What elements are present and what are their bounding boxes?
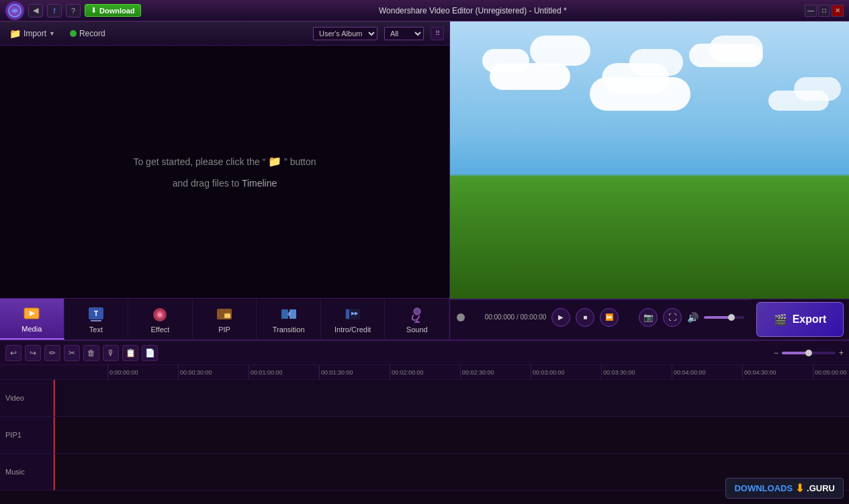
play-button[interactable]: ▶ — [551, 308, 570, 327]
next-button[interactable]: ⏩ — [600, 308, 619, 327]
tab-bar: Media T Text Effect — [0, 298, 449, 340]
cloud-1b — [482, 49, 529, 72]
cloud-4b — [794, 77, 841, 101]
volume-slider[interactable] — [704, 316, 744, 319]
record-label: Record — [79, 29, 105, 38]
zoom-slider[interactable] — [782, 352, 836, 354]
transition-tab-icon — [279, 305, 298, 324]
content-area: 📁 Import ▼ Record User's Album My Videos… — [0, 21, 849, 504]
volume-icon: 🔊 — [687, 312, 699, 323]
app-logo — [5, 1, 24, 20]
fullscreen-button[interactable]: ⛶ — [663, 308, 682, 327]
download-button[interactable]: ⬇ Download — [85, 4, 141, 17]
tab-pip[interactable]: PIP — [193, 299, 257, 340]
hint-line2: and drag files to Timeline — [173, 178, 277, 189]
export-icon: 🎬 — [774, 313, 787, 326]
media-hint-text: To get started, please click the “ 📁 ” b… — [133, 150, 316, 194]
icon-btn-help[interactable]: ? — [66, 4, 81, 17]
record-icon — [70, 30, 77, 37]
preview-image — [450, 21, 849, 299]
download-label: Download — [99, 7, 135, 15]
effect-tab-icon — [150, 305, 169, 324]
export-button[interactable]: 🎬 Export — [756, 302, 844, 337]
tab-transition[interactable]: Transition — [257, 299, 321, 340]
ruler-mark-4: 00:02:00:00 — [390, 365, 460, 380]
time-counter: 00:00:000 / 00:00:00 — [485, 313, 547, 321]
tab-media[interactable]: Media — [0, 299, 64, 340]
intro-tab-label: Intro/Credit — [334, 325, 371, 334]
ruler-mark-10: 00:05:00:00 — [813, 365, 849, 380]
volume-thumb — [728, 314, 735, 321]
snapshot-button[interactable]: 📷 — [639, 308, 658, 327]
tab-text[interactable]: T Text — [64, 299, 129, 340]
music-track-label: Music — [0, 454, 54, 490]
icon-btn-facebook[interactable]: f — [47, 4, 62, 17]
copy-button[interactable]: 📋 — [122, 345, 138, 361]
title-bar-left: ◀ f ? ⬇ Download — [5, 1, 141, 20]
video-track-content[interactable] — [54, 380, 849, 416]
video-track: Video — [0, 380, 849, 417]
minimize-button[interactable]: — — [805, 5, 817, 17]
ruler-mark-8: 00:04:00:00 — [672, 365, 742, 380]
ruler-marks-container: 0:00:00:00 00:00:30:00 00:01:00:00 00:01… — [107, 365, 849, 380]
import-button[interactable]: 📁 Import ▼ — [5, 26, 59, 41]
text-tab-label: Text — [89, 325, 103, 334]
grid-icon: ⠿ — [435, 30, 440, 37]
video-track-label: Video — [0, 380, 54, 416]
redo-button[interactable]: ↪ — [25, 345, 41, 361]
pip1-playhead — [54, 417, 55, 453]
left-panel: 📁 Import ▼ Record User's Album My Videos… — [0, 21, 450, 340]
effect-tab-label: Effect — [150, 325, 169, 334]
ruler-mark-9: 00:04:30:00 — [742, 365, 813, 380]
album-select[interactable]: User's Album My Videos My Photos — [313, 27, 377, 40]
folder-icon: 📁 — [9, 28, 21, 39]
media-tab-label: Media — [21, 325, 42, 333]
svg-text:▶▶: ▶▶ — [351, 311, 359, 315]
record-button[interactable]: Record — [66, 27, 109, 40]
delete-button[interactable]: 🗑 — [83, 345, 99, 361]
tab-sound[interactable]: Sound — [385, 299, 449, 340]
filter-select[interactable]: All Video Photo Audio — [384, 27, 424, 40]
icon-btn-arrow[interactable]: ◀ — [28, 4, 43, 17]
import-dropdown-icon: ▼ — [49, 30, 55, 37]
preview-area — [450, 21, 849, 299]
stop-button[interactable]: ■ — [576, 308, 594, 327]
media-drop-area: To get started, please click the “ 📁 ” b… — [0, 46, 449, 298]
view-toggle-button[interactable]: ⠿ — [431, 27, 444, 40]
maximize-button[interactable]: □ — [818, 5, 830, 17]
top-section: 📁 Import ▼ Record User's Album My Videos… — [0, 21, 849, 340]
ruler-mark-3: 00:01:30:00 — [319, 365, 390, 380]
hint-line1-end: ” button — [284, 156, 316, 167]
sound-tab-label: Sound — [406, 325, 428, 334]
media-tab-icon — [22, 305, 41, 323]
undo-button[interactable]: ↩ — [5, 345, 21, 361]
zoom-thumb — [805, 350, 812, 356]
tab-intro-credit[interactable]: ▶▶ Intro/Credit — [321, 299, 386, 340]
top-toolbar: 📁 Import ▼ Record User's Album My Videos… — [0, 21, 449, 46]
music-playhead — [54, 454, 55, 490]
paste-button[interactable]: 📄 — [142, 345, 158, 361]
pip1-track-label: PIP1 — [0, 417, 54, 453]
tab-effect[interactable]: Effect — [128, 299, 193, 340]
controls-bar: 00:00:000 / 00:00:00 ▶ ■ ⏩ 📷 ⛶ 🔊 — [450, 299, 751, 334]
window-controls: — □ ✕ — [805, 5, 844, 17]
title-bar: ◀ f ? ⬇ Download Wondershare Video Edito… — [0, 0, 849, 21]
timeline-toolbar: ↩ ↪ ✏ ✂ 🗑 🎙 📋 📄 − + — [0, 341, 849, 365]
cloud-1c — [530, 36, 590, 66]
timeline-tracks: Video PIP1 — [0, 380, 849, 504]
import-label: Import — [24, 29, 46, 38]
edit-button[interactable]: ✏ — [44, 345, 60, 361]
voice-button[interactable]: 🎙 — [103, 345, 119, 361]
app-title: Wondershare Video Editor (Unregistered) … — [141, 6, 805, 15]
intro-tab-icon: ▶▶ — [343, 305, 362, 324]
cut-button[interactable]: ✂ — [64, 345, 80, 361]
ruler-mark-1: 00:00:30:00 — [178, 365, 249, 380]
close-button[interactable]: ✕ — [832, 5, 844, 17]
svg-point-17 — [414, 308, 420, 315]
playhead — [54, 380, 55, 416]
ruler-mark-6: 00:03:00:00 — [531, 365, 601, 380]
timeline-section: ↩ ↪ ✏ ✂ 🗑 🎙 📋 📄 − + — [0, 340, 849, 504]
badge-dl-text: DOWNLOADS — [734, 483, 793, 493]
cloud-2c — [629, 49, 683, 76]
pip1-track-content[interactable] — [54, 417, 849, 453]
